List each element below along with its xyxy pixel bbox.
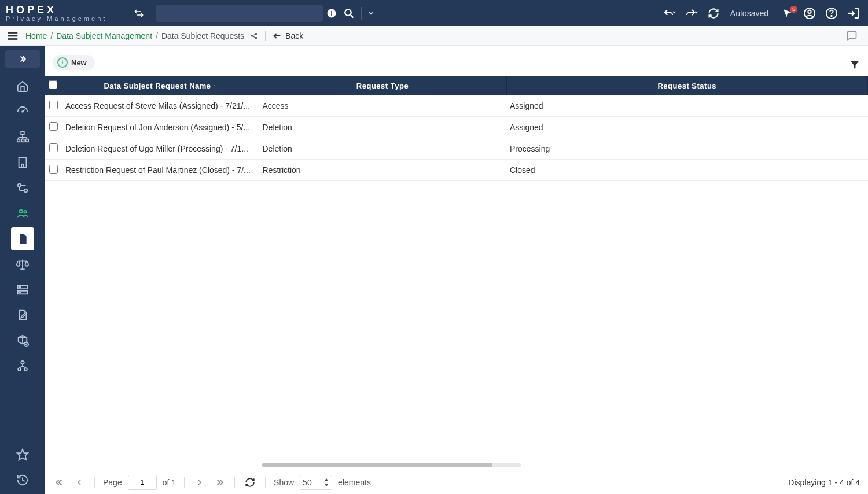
comment-icon[interactable] bbox=[846, 30, 858, 42]
app-header: HOPEX Privacy Management i Autosaved 5 bbox=[0, 0, 868, 26]
balance-icon[interactable] bbox=[11, 253, 34, 276]
org-chart-icon[interactable] bbox=[11, 126, 34, 149]
sidebar-expand-button[interactable] bbox=[5, 50, 40, 68]
table-row[interactable]: Access Request of Steve Milas (Assigned)… bbox=[45, 95, 868, 117]
svg-point-52 bbox=[18, 368, 21, 371]
pager-divider bbox=[184, 477, 185, 488]
svg-text:i: i bbox=[331, 9, 333, 16]
app-name: HOPEX bbox=[6, 5, 107, 15]
building-icon[interactable] bbox=[11, 151, 34, 174]
search-icon[interactable] bbox=[340, 0, 358, 26]
column-status[interactable]: Request Status bbox=[506, 76, 868, 95]
search-input[interactable] bbox=[156, 5, 323, 22]
show-label: Show bbox=[274, 478, 294, 487]
data-table: Data Subject Request Name↑ Request Type … bbox=[45, 76, 868, 470]
cube-plus-icon[interactable] bbox=[11, 329, 34, 352]
first-page-button[interactable] bbox=[53, 475, 67, 489]
pager-divider bbox=[234, 477, 235, 488]
svg-rect-34 bbox=[21, 164, 24, 168]
pager-divider bbox=[94, 477, 95, 488]
main-content: + New Data Subject Request Name↑ Request… bbox=[45, 46, 868, 494]
svg-point-36 bbox=[24, 189, 27, 193]
svg-rect-21 bbox=[17, 139, 20, 142]
filter-icon[interactable] bbox=[849, 60, 860, 70]
dashboard-icon[interactable] bbox=[11, 100, 34, 123]
info-icon[interactable]: i bbox=[323, 0, 340, 26]
breadcrumb-parent[interactable]: Data Subject Management bbox=[56, 31, 152, 40]
new-label: New bbox=[71, 58, 87, 67]
process-icon[interactable] bbox=[11, 176, 34, 200]
svg-point-53 bbox=[24, 368, 27, 371]
cell-name[interactable]: Deletion Request of Jon Anderson (Assign… bbox=[62, 117, 259, 138]
share-icon[interactable] bbox=[250, 32, 258, 40]
page-size-value: 50 bbox=[303, 478, 312, 487]
favorite-icon[interactable] bbox=[11, 443, 34, 466]
cell-name[interactable]: Deletion Request of Ugo Miller (Processi… bbox=[62, 138, 259, 160]
sort-asc-icon: ↑ bbox=[214, 83, 217, 90]
svg-point-38 bbox=[24, 211, 27, 213]
cell-name[interactable]: Restriction Request of Paul Martinez (Cl… bbox=[62, 160, 259, 181]
refresh-icon[interactable] bbox=[705, 0, 722, 26]
select-all-header[interactable] bbox=[45, 76, 62, 95]
scrollbar-thumb[interactable] bbox=[262, 463, 492, 467]
breadcrumb-sep: / bbox=[50, 31, 53, 40]
notifications-icon[interactable]: 5 bbox=[779, 0, 796, 26]
page-size-select[interactable]: 50 bbox=[300, 475, 332, 490]
history-icon[interactable] bbox=[11, 469, 34, 492]
cell-status: Assigned bbox=[506, 95, 868, 117]
table-header-row: Data Subject Request Name↑ Request Type … bbox=[45, 76, 868, 95]
table-row[interactable]: Deletion Request of Ugo Miller (Processi… bbox=[45, 138, 868, 160]
svg-point-5 bbox=[808, 10, 811, 13]
row-checkbox[interactable] bbox=[49, 165, 58, 174]
svg-line-55 bbox=[19, 366, 23, 368]
page-of-label: of 1 bbox=[163, 478, 176, 487]
menu-toggle-icon[interactable] bbox=[0, 26, 25, 46]
column-name[interactable]: Data Subject Request Name↑ bbox=[62, 76, 259, 95]
svg-rect-20 bbox=[21, 132, 24, 135]
users-icon[interactable] bbox=[11, 202, 34, 225]
last-page-button[interactable] bbox=[212, 475, 226, 489]
table-row[interactable]: Restriction Request of Paul Martinez (Cl… bbox=[45, 160, 868, 181]
new-button[interactable]: + New bbox=[53, 55, 95, 70]
svg-point-35 bbox=[17, 184, 21, 187]
swap-icon[interactable] bbox=[130, 0, 148, 26]
undo-button[interactable] bbox=[661, 0, 678, 26]
row-checkbox[interactable] bbox=[49, 101, 58, 109]
divider bbox=[265, 31, 266, 41]
hierarchy-user-icon[interactable] bbox=[11, 355, 34, 378]
table-row[interactable]: Deletion Request of Jon Anderson (Assign… bbox=[45, 117, 868, 138]
home-icon[interactable] bbox=[11, 75, 34, 98]
document-icon[interactable] bbox=[11, 227, 34, 250]
plus-icon: + bbox=[57, 57, 68, 68]
back-button[interactable]: Back bbox=[273, 31, 303, 40]
logout-icon[interactable] bbox=[845, 0, 862, 26]
svg-line-56 bbox=[23, 366, 26, 368]
pagination-bar: Page of 1 Show 50 elements Displaying 1 … bbox=[45, 470, 868, 494]
user-icon[interactable] bbox=[801, 0, 818, 26]
breadcrumb-current: Data Subject Requests bbox=[161, 31, 244, 40]
row-checkbox[interactable] bbox=[49, 122, 58, 131]
edit-document-icon[interactable] bbox=[11, 304, 34, 327]
chevron-down-icon[interactable] bbox=[365, 0, 377, 26]
svg-marker-58 bbox=[324, 478, 329, 481]
cell-name[interactable]: Access Request of Steve Milas (Assigned)… bbox=[62, 95, 259, 117]
svg-line-15 bbox=[253, 34, 256, 35]
row-checkbox[interactable] bbox=[49, 143, 58, 152]
app-subtitle: Privacy Management bbox=[6, 15, 107, 22]
select-all-checkbox[interactable] bbox=[49, 80, 57, 89]
server-icon[interactable] bbox=[11, 278, 34, 301]
autosaved-label: Autosaved bbox=[730, 9, 768, 18]
breadcrumb-home[interactable]: Home bbox=[25, 31, 47, 40]
next-page-button[interactable] bbox=[193, 475, 207, 489]
refresh-page-button[interactable] bbox=[243, 475, 257, 489]
prev-page-button[interactable] bbox=[72, 475, 86, 489]
redo-button[interactable] bbox=[683, 0, 700, 26]
help-icon[interactable] bbox=[823, 0, 840, 26]
svg-marker-57 bbox=[17, 449, 27, 460]
column-type[interactable]: Request Type bbox=[259, 76, 506, 95]
horizontal-scrollbar[interactable] bbox=[262, 463, 521, 467]
cell-type: Deletion bbox=[259, 117, 506, 138]
page-input[interactable] bbox=[128, 475, 157, 490]
sidebar bbox=[0, 46, 45, 494]
stepper-icon bbox=[323, 478, 329, 486]
